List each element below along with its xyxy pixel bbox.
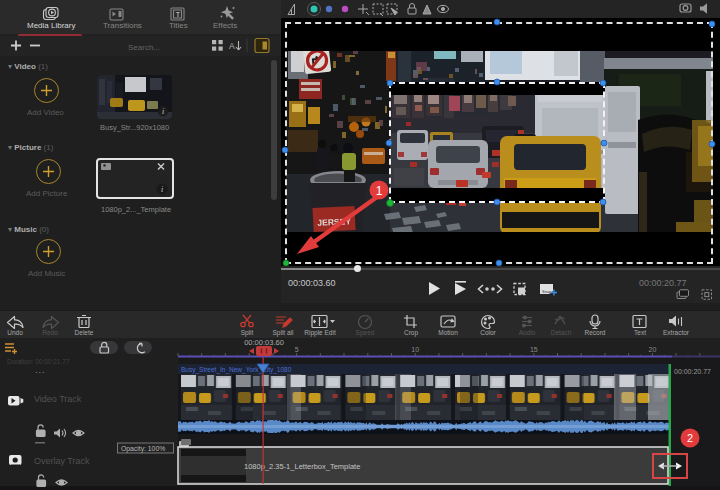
svg-text:Color: Color bbox=[480, 329, 496, 336]
svg-text:Detach: Detach bbox=[551, 329, 572, 336]
svg-text:5: 5 bbox=[295, 346, 299, 353]
svg-text:Audio: Audio bbox=[519, 329, 536, 336]
svg-text:Undo: Undo bbox=[7, 329, 23, 336]
svg-text:Video Track: Video Track bbox=[34, 394, 82, 404]
svg-text:Overlay Track: Overlay Track bbox=[34, 456, 90, 466]
svg-text:1080p_2.35-1_Letterbox_Templat: 1080p_2.35-1_Letterbox_Template bbox=[244, 462, 360, 471]
svg-text:Delete: Delete bbox=[75, 329, 94, 336]
svg-text:Split all: Split all bbox=[273, 329, 295, 337]
svg-text:Speed: Speed bbox=[356, 329, 375, 337]
svg-text:20: 20 bbox=[649, 346, 657, 353]
svg-text:i: i bbox=[162, 107, 164, 116]
svg-text:Opacity: 100%: Opacity: 100% bbox=[121, 445, 165, 453]
svg-text:Ripple Edit: Ripple Edit bbox=[304, 329, 336, 337]
svg-text:Snap: Snap bbox=[542, 289, 552, 294]
svg-text:Busy_Street_In_New_York_City_1: Busy_Street_In_New_York_City_1080 bbox=[181, 366, 292, 374]
svg-text:10: 10 bbox=[411, 346, 419, 353]
svg-text:Crop: Crop bbox=[404, 329, 418, 337]
svg-text:Duration: 00:00:21.77: Duration: 00:00:21.77 bbox=[7, 358, 70, 365]
svg-text:Motion: Motion bbox=[438, 329, 458, 336]
svg-text:00:00:20.77: 00:00:20.77 bbox=[674, 368, 711, 375]
svg-text:...: ... bbox=[35, 365, 46, 375]
svg-text:i: i bbox=[161, 185, 163, 194]
svg-text:Redo: Redo bbox=[42, 329, 58, 336]
svg-text:2: 2 bbox=[687, 432, 693, 444]
svg-text:A: A bbox=[229, 41, 235, 51]
svg-text:1: 1 bbox=[376, 184, 383, 198]
svg-text:Text: Text bbox=[634, 329, 646, 336]
svg-text:Extractor: Extractor bbox=[663, 329, 690, 336]
svg-text:Record: Record bbox=[585, 329, 606, 336]
svg-text:Split: Split bbox=[241, 329, 254, 337]
svg-text:15: 15 bbox=[530, 346, 538, 353]
svg-text:T: T bbox=[176, 11, 181, 18]
svg-text:00:00:03.60: 00:00:03.60 bbox=[244, 338, 284, 347]
